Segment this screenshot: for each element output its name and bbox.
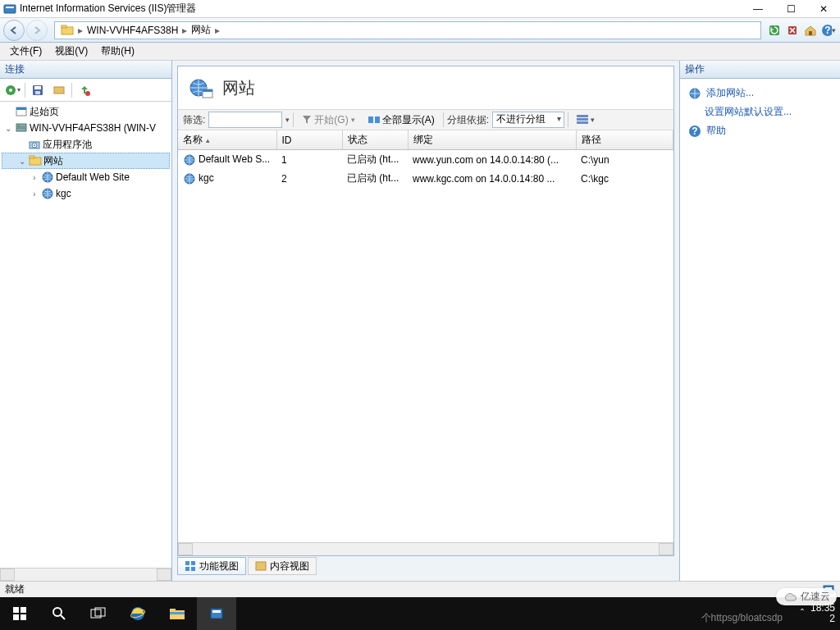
tree-node-server[interactable]: ⌄WIN-VVHF4AFS38H (WIN-V bbox=[2, 120, 170, 136]
globe-icon bbox=[688, 87, 701, 100]
svg-rect-31 bbox=[368, 116, 373, 123]
content-card: 网站 筛选: ▾ 开始(G) ▾ 全部显示(A) 分组依据: 不进行分组 bbox=[177, 66, 674, 556]
tree-label: 起始页 bbox=[30, 105, 59, 119]
tree-node-app-pool[interactable]: 应用程序池 bbox=[2, 136, 170, 153]
svg-rect-0 bbox=[4, 5, 16, 13]
tree-toggle-icon[interactable]: › bbox=[30, 189, 39, 199]
menu-view[interactable]: 视图(V) bbox=[48, 43, 94, 60]
tab-features-view[interactable]: 功能视图 bbox=[177, 557, 246, 575]
tree-toggle-icon[interactable]: › bbox=[30, 173, 39, 182]
svg-rect-61 bbox=[211, 609, 222, 619]
svg-point-52 bbox=[53, 608, 62, 616]
connections-tree[interactable]: 起始页⌄WIN-VVHF4AFS38H (WIN-V应用程序池⌄网站›Defau… bbox=[0, 102, 171, 568]
tree-node-site[interactable]: ›Default Web Site bbox=[2, 169, 170, 185]
tree-node-sites[interactable]: ⌄网站 bbox=[2, 153, 170, 169]
content-view-icon bbox=[255, 560, 267, 572]
column-header[interactable]: 状态 bbox=[342, 130, 408, 150]
cloud-badge[interactable]: 亿速云 bbox=[776, 588, 837, 605]
breadcrumb[interactable]: ▸ WIN-VVHF4AFS38H ▸ 网站 ▸ bbox=[54, 21, 761, 39]
action-help[interactable]: ? 帮助 bbox=[687, 121, 833, 140]
tree-toggle-icon[interactable]: ⌄ bbox=[17, 157, 27, 166]
breadcrumb-root-icon[interactable] bbox=[58, 25, 76, 36]
svg-rect-3 bbox=[62, 25, 66, 28]
titlebar: Internet Information Services (IIS)管理器 —… bbox=[0, 0, 840, 18]
close-button[interactable]: ✕ bbox=[807, 0, 840, 18]
filter-label: 筛选: bbox=[183, 113, 205, 127]
up-level-icon[interactable] bbox=[75, 81, 94, 99]
view-tabs: 功能视图 内容视图 bbox=[177, 556, 674, 576]
view-mode-button[interactable]: ▾ bbox=[572, 112, 600, 128]
column-header[interactable]: 名称 bbox=[178, 130, 276, 150]
tree-toggle-icon[interactable]: ⌄ bbox=[3, 124, 13, 133]
action-add-website[interactable]: 添加网站... bbox=[687, 84, 833, 103]
svg-rect-13 bbox=[35, 91, 40, 94]
site-icon bbox=[183, 172, 196, 185]
column-header[interactable]: ID bbox=[276, 130, 342, 150]
center-panel: 网站 筛选: ▾ 开始(G) ▾ 全部显示(A) 分组依据: 不进行分组 bbox=[172, 61, 679, 581]
server-icon bbox=[15, 121, 28, 135]
actions-panel: 操作 添加网站... 设置网站默认设置... ? 帮助 bbox=[679, 61, 840, 581]
grid-hscrollbar[interactable] bbox=[178, 542, 673, 555]
filter-dropdown-icon[interactable]: ▾ bbox=[285, 116, 290, 124]
svg-rect-32 bbox=[375, 116, 380, 123]
svg-rect-41 bbox=[191, 567, 195, 571]
taskview-button[interactable] bbox=[79, 597, 118, 630]
tab-content-view[interactable]: 内容视图 bbox=[248, 557, 317, 575]
help-icon[interactable]: ?▾ bbox=[820, 22, 837, 39]
status-text: 就绪 bbox=[5, 582, 25, 596]
reconnect-icon[interactable] bbox=[50, 81, 68, 99]
svg-line-53 bbox=[61, 615, 65, 619]
app-pool-icon bbox=[28, 138, 41, 151]
tray-date: 2 bbox=[810, 614, 835, 624]
maximize-button[interactable]: ☐ bbox=[774, 0, 807, 18]
taskbar-explorer[interactable] bbox=[158, 597, 197, 630]
filter-input[interactable] bbox=[208, 112, 282, 128]
start-button[interactable]: 开始(G) ▾ bbox=[297, 112, 359, 128]
table-row[interactable]: kgc2已启动 (ht...www.kgc.com on 14.0.0.14:8… bbox=[178, 169, 673, 188]
column-header[interactable]: 路径 bbox=[576, 130, 673, 150]
stop-icon[interactable] bbox=[784, 22, 801, 39]
svg-rect-19 bbox=[16, 128, 26, 131]
tree-label: kgc bbox=[56, 188, 71, 199]
filter-icon bbox=[302, 115, 312, 125]
groupby-label: 分组依据: bbox=[447, 113, 489, 127]
menu-file[interactable]: 文件(F) bbox=[3, 43, 48, 60]
svg-rect-17 bbox=[16, 107, 26, 110]
content-title-row: 网站 bbox=[178, 66, 673, 109]
column-header[interactable]: 绑定 bbox=[408, 130, 576, 150]
table-row[interactable]: Default Web S...1已启动 (ht...www.yun.com o… bbox=[178, 150, 673, 170]
svg-rect-39 bbox=[191, 561, 195, 565]
svg-rect-6 bbox=[809, 31, 812, 35]
svg-rect-60 bbox=[170, 612, 185, 614]
show-all-button[interactable]: 全部显示(A) bbox=[363, 112, 440, 128]
svg-rect-48 bbox=[13, 607, 19, 613]
tree-node-site[interactable]: ›kgc bbox=[2, 185, 170, 202]
system-tray[interactable]: ˆ 18:35 2 bbox=[801, 603, 835, 624]
start-button[interactable] bbox=[0, 597, 39, 630]
tray-chevron-icon[interactable]: ˆ bbox=[801, 608, 804, 619]
taskbar-iis[interactable] bbox=[197, 597, 236, 630]
svg-rect-38 bbox=[185, 561, 189, 565]
save-icon[interactable] bbox=[29, 81, 47, 99]
breadcrumb-server[interactable]: WIN-VVHF4AFS38H bbox=[84, 25, 180, 36]
tree-node-start-page[interactable]: 起始页 bbox=[2, 103, 170, 120]
tree-hscrollbar[interactable] bbox=[0, 568, 171, 581]
action-set-defaults[interactable]: 设置网站默认设置... bbox=[687, 103, 833, 121]
breadcrumb-sites[interactable]: 网站 bbox=[189, 23, 213, 37]
svg-rect-62 bbox=[212, 610, 221, 613]
nav-back-button[interactable] bbox=[3, 20, 25, 41]
connections-header: 连接 bbox=[0, 61, 171, 79]
svg-rect-42 bbox=[256, 562, 266, 570]
groupby-select[interactable]: 不进行分组 bbox=[492, 112, 564, 128]
minimize-button[interactable]: — bbox=[742, 0, 774, 18]
search-button[interactable] bbox=[39, 597, 79, 630]
menu-help[interactable]: 帮助(H) bbox=[94, 43, 141, 60]
svg-rect-58 bbox=[170, 610, 185, 619]
connect-icon[interactable]: ▾ bbox=[3, 81, 21, 99]
refresh-icon[interactable] bbox=[766, 22, 783, 39]
sites-grid[interactable]: 名称ID状态绑定路径 Default Web S...1已启动 (ht...ww… bbox=[178, 130, 673, 542]
svg-rect-18 bbox=[16, 124, 26, 127]
nav-forward-button[interactable] bbox=[26, 20, 48, 41]
home-icon[interactable] bbox=[802, 22, 819, 39]
taskbar-ie[interactable] bbox=[118, 597, 158, 630]
